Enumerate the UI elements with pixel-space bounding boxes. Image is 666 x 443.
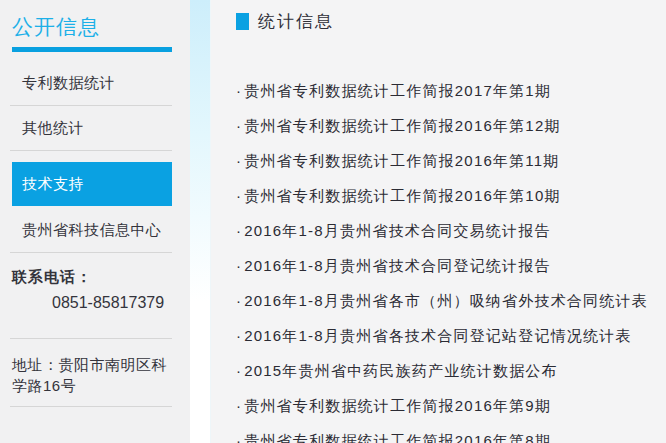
bullet-icon: · (236, 82, 242, 99)
link-text[interactable]: 2016年1-8月贵州省各市（州）吸纳省外技术合同统计表 (244, 292, 648, 309)
link-text[interactable]: 贵州省专利数据统计工作简报2017年第1期 (244, 82, 551, 99)
link-text[interactable]: 贵州省专利数据统计工作简报2016年第12期 (244, 117, 560, 134)
link-text[interactable]: 贵州省专利数据统计工作简报2016年第11期 (244, 152, 559, 169)
bullet-icon: · (236, 152, 242, 169)
section-marker-icon (236, 13, 249, 30)
link-text[interactable]: 2015年贵州省中药民族药产业统计数据公布 (244, 362, 558, 379)
list-item[interactable]: ·贵州省专利数据统计工作简报2016年第8期 (236, 423, 666, 443)
link-text[interactable]: 2016年1-8月贵州省技术合同登记统计报告 (244, 257, 550, 274)
statistics-link-list: ·贵州省专利数据统计工作简报2017年第1期 ·贵州省专利数据统计工作简报201… (236, 73, 666, 443)
sidebar-item-technical-support[interactable]: 技术支持 (12, 162, 172, 206)
list-item[interactable]: ·2016年1-8月贵州省技术合同交易统计报告 (236, 213, 666, 248)
list-item[interactable]: ·贵州省专利数据统计工作简报2016年第12期 (236, 108, 666, 143)
contact-block: 联系电话： 0851-85817379 (10, 253, 172, 339)
link-text[interactable]: 贵州省专利数据统计工作简报2016年第9期 (244, 397, 551, 414)
bullet-icon: · (236, 432, 242, 443)
address-block: 地址：贵阳市南明区科学路16号 (10, 339, 172, 407)
main-content: 统计信息 ·贵州省专利数据统计工作简报2017年第1期 ·贵州省专利数据统计工作… (211, 0, 666, 443)
bullet-icon: · (236, 257, 242, 274)
sidebar-item-patent-statistics[interactable]: 专利数据统计 (10, 61, 172, 106)
sidebar-gradient-strip (190, 0, 211, 443)
link-text[interactable]: 2016年1-8月贵州省技术合同交易统计报告 (244, 222, 550, 239)
page: 公开信息 专利数据统计 其他统计 技术支持 贵州省科技信息中心 联系电话： 08… (0, 0, 666, 443)
sidebar-title: 公开信息 (12, 14, 172, 39)
bullet-icon: · (236, 327, 242, 344)
bullet-icon: · (236, 187, 242, 204)
contact-phone-label: 联系电话： (12, 268, 172, 287)
bullet-icon: · (236, 397, 242, 414)
sidebar-item-sci-tech-info-center[interactable]: 贵州省科技信息中心 (10, 208, 172, 253)
section-header: 统计信息 (236, 10, 666, 33)
list-item[interactable]: ·2016年1-8月贵州省各技术合同登记站登记情况统计表 (236, 318, 666, 353)
bullet-icon: · (236, 222, 242, 239)
sidebar-title-underline (12, 47, 172, 52)
sidebar: 公开信息 专利数据统计 其他统计 技术支持 贵州省科技信息中心 联系电话： 08… (0, 0, 190, 443)
list-item[interactable]: ·2015年贵州省中药民族药产业统计数据公布 (236, 353, 666, 388)
sidebar-item-other-statistics[interactable]: 其他统计 (10, 106, 172, 151)
bullet-icon: · (236, 117, 242, 134)
link-text[interactable]: 贵州省专利数据统计工作简报2016年第10期 (244, 187, 560, 204)
section-title: 统计信息 (258, 10, 334, 33)
list-item[interactable]: ·贵州省专利数据统计工作简报2016年第10期 (236, 178, 666, 213)
sidebar-nav: 专利数据统计 其他统计 技术支持 贵州省科技信息中心 (10, 61, 172, 253)
list-item[interactable]: ·贵州省专利数据统计工作简报2016年第11期 (236, 143, 666, 178)
bullet-icon: · (236, 362, 242, 379)
link-text[interactable]: 贵州省专利数据统计工作简报2016年第8期 (244, 432, 551, 443)
contact-phone-number: 0851-85817379 (52, 294, 172, 312)
list-item[interactable]: ·贵州省专利数据统计工作简报2016年第9期 (236, 388, 666, 423)
list-item[interactable]: ·2016年1-8月贵州省技术合同登记统计报告 (236, 248, 666, 283)
list-item[interactable]: ·2016年1-8月贵州省各市（州）吸纳省外技术合同统计表 (236, 283, 666, 318)
list-item[interactable]: ·贵州省专利数据统计工作简报2017年第1期 (236, 73, 666, 108)
bullet-icon: · (236, 292, 242, 309)
link-text[interactable]: 2016年1-8月贵州省各技术合同登记站登记情况统计表 (244, 327, 631, 344)
